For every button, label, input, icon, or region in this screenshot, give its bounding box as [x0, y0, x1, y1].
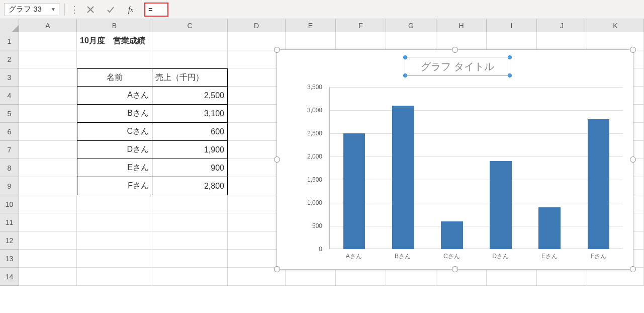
cell-B4[interactable]: Aさん: [77, 87, 152, 105]
cell-A8[interactable]: [19, 159, 77, 177]
cell-B3[interactable]: 名前: [77, 68, 152, 87]
row-header-14[interactable]: 14: [0, 268, 19, 286]
chart-bar[interactable]: [441, 221, 463, 249]
chart-object[interactable]: グラフ タイトル 3,5003,0002,5002,0001,5001,0005…: [277, 49, 633, 270]
cell-B8[interactable]: Eさん: [77, 159, 152, 177]
selection-handle[interactable]: [274, 47, 280, 53]
cell-C1[interactable]: [152, 32, 228, 50]
title-handle[interactable]: [508, 55, 512, 59]
selection-handle[interactable]: [274, 266, 280, 272]
cell-H1[interactable]: [436, 32, 487, 50]
cell-E1[interactable]: [286, 32, 336, 50]
cell-B5[interactable]: Bさん: [77, 105, 152, 123]
cell-A10[interactable]: [19, 195, 77, 213]
cell-B13[interactable]: [77, 250, 152, 268]
cell-C2[interactable]: [152, 50, 228, 68]
name-box[interactable]: グラフ 33 ▼: [4, 3, 59, 16]
cell-C14[interactable]: [152, 268, 228, 286]
row-header-10[interactable]: 10: [0, 195, 19, 213]
row-header-4[interactable]: 4: [0, 87, 19, 105]
row-header-6[interactable]: 6: [0, 123, 19, 141]
cell-B6[interactable]: Cさん: [77, 123, 152, 141]
cell-C4[interactable]: 2,500: [152, 87, 228, 105]
cell-C10[interactable]: [152, 195, 228, 213]
select-all-corner[interactable]: [0, 19, 19, 32]
title-handle[interactable]: [508, 73, 512, 77]
column-header-E[interactable]: E: [286, 19, 336, 32]
cell-A3[interactable]: [19, 68, 77, 87]
cell-C12[interactable]: [152, 231, 228, 250]
chart-bar[interactable]: [490, 161, 512, 249]
cell-I14[interactable]: [487, 268, 537, 286]
chart-title[interactable]: グラフ タイトル: [405, 57, 510, 76]
cell-A1[interactable]: [19, 32, 77, 50]
column-header-F[interactable]: F: [336, 19, 386, 32]
cell-E14[interactable]: [286, 268, 336, 286]
cell-A14[interactable]: [19, 268, 77, 286]
column-header-K[interactable]: K: [587, 19, 644, 32]
cell-K1[interactable]: [587, 32, 644, 50]
row-header-1[interactable]: 1: [0, 32, 19, 50]
cell-C5[interactable]: 3,100: [152, 105, 228, 123]
chart-bar[interactable]: [538, 207, 561, 249]
column-header-J[interactable]: J: [537, 19, 587, 32]
cell-B7[interactable]: Dさん: [77, 141, 152, 159]
row-header-12[interactable]: 12: [0, 231, 19, 250]
column-header-G[interactable]: G: [386, 19, 436, 32]
cell-C13[interactable]: [152, 250, 228, 268]
cell-A5[interactable]: [19, 105, 77, 123]
cell-G1[interactable]: [386, 32, 436, 50]
cell-C6[interactable]: 600: [152, 123, 228, 141]
row-header-8[interactable]: 8: [0, 159, 19, 177]
selection-handle[interactable]: [452, 266, 458, 272]
row-header-13[interactable]: 13: [0, 250, 19, 268]
cell-F14[interactable]: [336, 268, 386, 286]
cell-C9[interactable]: 2,800: [152, 177, 228, 195]
column-header-A[interactable]: A: [19, 19, 77, 32]
cell-B10[interactable]: [77, 195, 152, 213]
insert-function-button[interactable]: fx: [122, 3, 139, 17]
cell-C7[interactable]: 1,900: [152, 141, 228, 159]
cell-C8[interactable]: 900: [152, 159, 228, 177]
row-header-11[interactable]: 11: [0, 213, 19, 231]
cell-B14[interactable]: [77, 268, 152, 286]
enter-button[interactable]: [102, 3, 119, 17]
cell-B12[interactable]: [77, 231, 152, 250]
cell-B11[interactable]: [77, 213, 152, 231]
plot-area[interactable]: 3,5003,0002,5002,0001,5001,0005000: [301, 87, 623, 249]
selection-handle[interactable]: [630, 156, 636, 163]
title-handle[interactable]: [403, 73, 407, 77]
cell-A12[interactable]: [19, 231, 77, 250]
formula-input[interactable]: [147, 5, 165, 14]
cell-C3[interactable]: 売上（千円）: [152, 68, 228, 87]
cell-A9[interactable]: [19, 177, 77, 195]
cell-J1[interactable]: [537, 32, 587, 50]
cell-A6[interactable]: [19, 123, 77, 141]
column-header-B[interactable]: B: [77, 19, 152, 32]
selection-handle[interactable]: [630, 47, 636, 53]
column-header-C[interactable]: C: [152, 19, 228, 32]
row-header-2[interactable]: 2: [0, 50, 19, 68]
cell-B9[interactable]: Fさん: [77, 177, 152, 195]
column-header-D[interactable]: D: [228, 19, 286, 32]
cell-A11[interactable]: [19, 213, 77, 231]
selection-handle[interactable]: [630, 266, 636, 272]
row-header-3[interactable]: 3: [0, 68, 19, 87]
cell-B1[interactable]: 10月度 営業成績: [77, 32, 152, 50]
cell-G14[interactable]: [386, 268, 436, 286]
row-header-9[interactable]: 9: [0, 177, 19, 195]
selection-handle[interactable]: [274, 156, 280, 163]
chart-bar[interactable]: [588, 119, 610, 249]
chart-bar[interactable]: [392, 106, 414, 249]
title-handle[interactable]: [403, 55, 407, 59]
cell-F1[interactable]: [336, 32, 386, 50]
row-header-5[interactable]: 5: [0, 105, 19, 123]
column-header-I[interactable]: I: [487, 19, 537, 32]
cancel-button[interactable]: [82, 3, 99, 17]
cell-A2[interactable]: [19, 50, 77, 68]
selection-handle[interactable]: [452, 47, 458, 53]
cell-A13[interactable]: [19, 250, 77, 268]
row-header-7[interactable]: 7: [0, 141, 19, 159]
cell-I1[interactable]: [487, 32, 537, 50]
cell-C11[interactable]: [152, 213, 228, 231]
